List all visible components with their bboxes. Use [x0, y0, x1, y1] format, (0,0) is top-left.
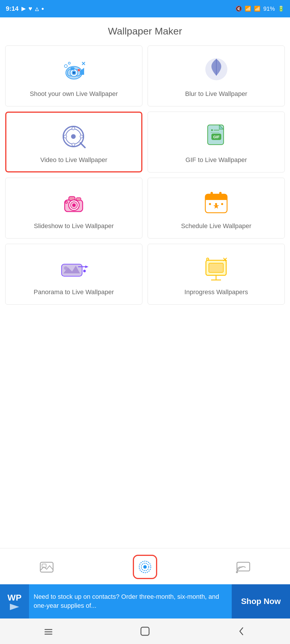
mute-icon: 🔇: [235, 6, 242, 12]
grid-item-panorama-live[interactable]: Panorama to Live Wallpaper: [5, 244, 142, 305]
svg-point-16: [72, 127, 75, 130]
cast-nav-icon: [236, 560, 251, 574]
app-header: Wallpaper Maker: [0, 17, 290, 43]
svg-point-8: [64, 65, 67, 68]
gallery-nav-icon: [39, 560, 54, 574]
svg-marker-47: [85, 265, 88, 268]
recents-button[interactable]: [41, 624, 56, 639]
status-left: 9:14 ▶ ♥ △ •: [6, 5, 44, 12]
svg-rect-38: [205, 197, 227, 200]
svg-rect-53: [209, 263, 223, 272]
video-live-label: Video to Live Wallpaper: [40, 156, 107, 164]
wifi-icon: 📶: [245, 6, 251, 12]
ad-banner: WP Need to stock up on contacts? Order t…: [0, 584, 290, 618]
live-nav-icon: [133, 555, 157, 579]
panorama-live-icon: [59, 254, 88, 283]
battery-percent: 91%: [263, 6, 275, 12]
svg-point-64: [236, 571, 238, 573]
ad-logo: WP: [0, 584, 29, 618]
ad-logo-sub-icon: [10, 604, 19, 610]
svg-point-49: [64, 266, 68, 270]
shoot-live-label: Shoot your own Live Wallpaper: [30, 90, 118, 98]
svg-point-42: [209, 203, 211, 205]
page-title: Wallpaper Maker: [108, 26, 182, 37]
slideshow-live-label: Slideshow to Live Wallpaper: [34, 222, 114, 230]
blur-live-icon: [202, 55, 231, 84]
svg-rect-40: [219, 192, 222, 197]
panorama-live-label: Panorama to Live Wallpaper: [34, 288, 114, 296]
triangle-icon: △: [35, 6, 39, 12]
svg-rect-31: [76, 198, 81, 201]
grid-item-slideshow-live[interactable]: Slideshow to Live Wallpaper: [5, 178, 142, 239]
shoot-live-icon: [59, 55, 88, 84]
nav-item-cast[interactable]: [229, 558, 258, 576]
svg-marker-65: [10, 604, 19, 610]
svg-point-6: [78, 69, 80, 71]
inprogress-label: Inprogress Wallpapers: [184, 288, 248, 296]
svg-point-26: [211, 129, 213, 131]
grid-item-gif-live[interactable]: GIF GIF to Live Wallpaper: [148, 112, 285, 172]
grid-item-inprogress[interactable]: Inprogress Wallpapers: [148, 244, 285, 305]
shop-now-button[interactable]: Shop Now: [232, 584, 290, 618]
grid-item-video-live[interactable]: Video to Live Wallpaper: [5, 112, 142, 172]
svg-rect-45: [61, 264, 82, 276]
svg-point-34: [72, 203, 76, 207]
svg-point-43: [215, 203, 217, 205]
gif-live-icon: GIF: [202, 121, 231, 150]
schedule-live-label: Schedule Live Wallpaper: [181, 222, 251, 230]
svg-rect-39: [211, 192, 213, 197]
inprogress-icon: [202, 254, 231, 283]
ad-body-text: Need to stock up on contacts? Order thre…: [34, 592, 227, 610]
heart-icon: ♥: [28, 5, 32, 12]
svg-point-15: [71, 134, 76, 139]
feature-grid: Shoot your own Live Wallpaper Blur to Li…: [5, 46, 285, 310]
status-bar: 9:14 ▶ ♥ △ • 🔇 📶 📶 91% 🔋: [0, 0, 290, 17]
back-button[interactable]: [234, 624, 249, 639]
signal-icon: 📶: [254, 6, 260, 12]
svg-point-48: [83, 270, 86, 272]
status-right: 🔇 📶 📶 91% 🔋: [235, 6, 284, 12]
dot-icon: •: [41, 5, 44, 12]
main-content: Shoot your own Live Wallpaper Blur to Li…: [0, 43, 290, 548]
home-button[interactable]: [137, 624, 153, 639]
svg-point-18: [64, 135, 67, 138]
svg-text:GIF: GIF: [213, 135, 220, 139]
blur-live-label: Blur to Live Wallpaper: [185, 90, 247, 98]
svg-point-62: [143, 565, 147, 569]
battery-icon: 🔋: [278, 6, 284, 12]
svg-rect-69: [141, 627, 149, 635]
grid-item-schedule-live[interactable]: ★ Schedule Live Wallpaper: [148, 178, 285, 239]
gif-live-label: GIF to Live Wallpaper: [186, 156, 247, 164]
system-nav-bar: [0, 618, 290, 644]
nav-item-live[interactable]: [126, 552, 164, 581]
svg-point-44: [221, 203, 223, 205]
youtube-icon: ▶: [21, 6, 26, 12]
time-display: 9:14: [6, 5, 19, 12]
svg-point-35: [65, 201, 68, 203]
ad-logo-text: WP: [8, 593, 21, 603]
svg-point-57: [207, 258, 209, 260]
grid-item-shoot-live[interactable]: Shoot your own Live Wallpaper: [5, 46, 142, 106]
svg-point-4: [73, 72, 75, 74]
schedule-live-icon: ★: [202, 188, 231, 217]
svg-point-17: [72, 143, 75, 146]
bottom-nav: [0, 548, 290, 584]
grid-item-blur-live[interactable]: Blur to Live Wallpaper: [148, 46, 285, 106]
slideshow-live-icon: [59, 188, 88, 217]
video-live-icon: [59, 121, 88, 150]
svg-point-9: [68, 62, 70, 64]
nav-item-gallery[interactable]: [32, 558, 61, 576]
svg-point-19: [80, 135, 83, 138]
svg-rect-5: [70, 67, 75, 70]
ad-content: Need to stock up on contacts? Order thre…: [29, 589, 232, 614]
